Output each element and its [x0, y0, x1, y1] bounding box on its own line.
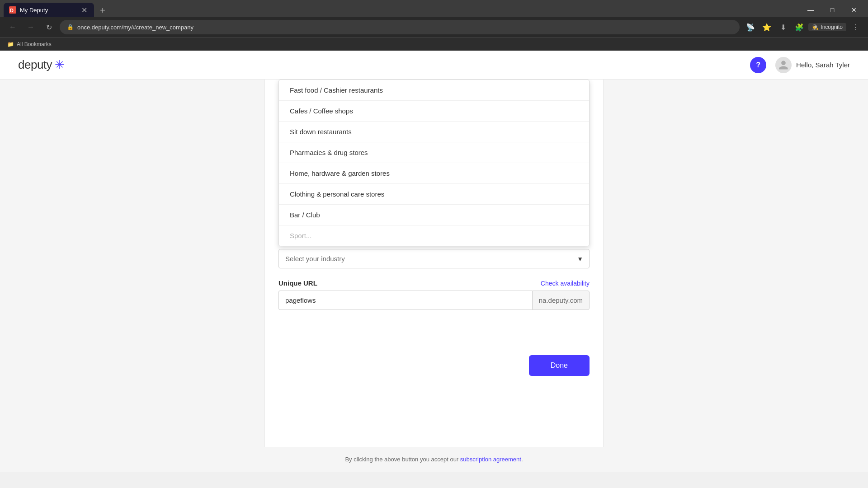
reload-button[interactable]: ↻: [42, 20, 56, 34]
done-section: Done: [265, 346, 603, 389]
window-controls: — □ ✕: [800, 3, 864, 17]
menu-icon[interactable]: ⋮: [848, 20, 863, 34]
url-input[interactable]: [278, 291, 532, 310]
incognito-icon: 🕵: [812, 24, 819, 30]
user-info: Hello, Sarah Tyler: [775, 57, 850, 73]
download-icon[interactable]: ⬇: [776, 20, 790, 34]
browser-toolbar: ← → ↻ 🔒 once.deputy.com/my/#create_new_c…: [0, 17, 868, 37]
dropdown-item-restaurants[interactable]: Sit down restaurants: [279, 122, 589, 142]
tab-favicon: D: [9, 6, 16, 14]
incognito-badge[interactable]: 🕵 Incognito: [808, 23, 846, 31]
dropdown-item-clothing[interactable]: Clothing & personal care stores: [279, 184, 589, 205]
page-content: deputy✳ ? Hello, Sarah Tyler Country: Fa…: [0, 51, 868, 472]
address-text: once.deputy.com/my/#create_new_company: [77, 24, 193, 31]
industry-select[interactable]: Select your industry: [278, 249, 590, 268]
done-button[interactable]: Done: [529, 355, 590, 376]
industry-dropdown[interactable]: Fast food / Cashier restaurants Cafes / …: [278, 80, 590, 246]
maximize-button[interactable]: □: [822, 3, 843, 17]
check-availability-link[interactable]: Check availability: [541, 280, 590, 287]
svg-text:D: D: [10, 8, 14, 13]
header-right: ? Hello, Sarah Tyler: [750, 57, 850, 73]
industry-select-wrapper: Select your industry ▼: [278, 249, 590, 268]
tab-close-button[interactable]: ✕: [80, 5, 89, 14]
tab-title: My Deputy: [20, 7, 48, 14]
unique-url-header: Unique URL Check availability: [278, 279, 590, 287]
url-suffix: na.deputy.com: [532, 291, 590, 310]
close-button[interactable]: ✕: [844, 3, 864, 17]
user-avatar: [775, 57, 792, 73]
industry-section: Select your industry ▼ Unique URL Check …: [265, 240, 603, 319]
cast-icon[interactable]: 📡: [743, 20, 758, 34]
footer-text-after: .: [521, 456, 523, 463]
app-header: deputy✳ ? Hello, Sarah Tyler: [0, 51, 868, 80]
lock-icon: 🔒: [67, 24, 74, 30]
logo-asterisk-icon: ✳: [55, 58, 65, 72]
address-bar[interactable]: 🔒 once.deputy.com/my/#create_new_company: [60, 20, 740, 34]
logo-text: deputy: [18, 58, 52, 72]
url-input-row: na.deputy.com: [278, 291, 590, 310]
bookmarks-bar-label: All Bookmarks: [17, 41, 52, 47]
dropdown-item-sport[interactable]: Sport...: [279, 225, 589, 246]
unique-url-section: Unique URL Check availability na.deputy.…: [278, 279, 590, 310]
help-button[interactable]: ?: [750, 57, 766, 73]
dropdown-item-fastfood[interactable]: Fast food / Cashier restaurants: [279, 80, 589, 101]
minimize-button[interactable]: —: [800, 3, 821, 17]
toolbar-icons: 📡 ⭐ ⬇ 🧩 🕵 Incognito ⋮: [743, 20, 863, 34]
browser-tab-area: D My Deputy ✕ + — □ ✕: [0, 0, 868, 17]
form-container: Country: Fast food / Cashier restaurants…: [264, 80, 604, 447]
bookmark-icon[interactable]: ⭐: [760, 20, 774, 34]
footer-text-before: By clicking the above button you accept …: [345, 456, 460, 463]
footer: By clicking the above button you accept …: [0, 447, 868, 472]
subscription-agreement-link[interactable]: subscription agreement: [460, 456, 521, 463]
incognito-label: Incognito: [821, 24, 843, 30]
deputy-logo: deputy✳: [18, 58, 65, 72]
dropdown-item-cafes[interactable]: Cafes / Coffee shops: [279, 101, 589, 122]
bookmarks-folder-icon: 📁: [7, 41, 14, 47]
dropdown-item-home-hardware[interactable]: Home, hardware & garden stores: [279, 163, 589, 184]
extensions-icon[interactable]: 🧩: [792, 20, 807, 34]
active-tab[interactable]: D My Deputy ✕: [4, 3, 94, 17]
back-button[interactable]: ←: [5, 20, 20, 34]
user-greeting: Hello, Sarah Tyler: [796, 61, 850, 69]
dropdown-item-pharmacies[interactable]: Pharmacies & drug stores: [279, 142, 589, 163]
unique-url-label: Unique URL: [278, 279, 317, 287]
browser-chrome: D My Deputy ✕ + — □ ✕ ← → ↻ 🔒 once.deput…: [0, 0, 868, 51]
dropdown-item-bar[interactable]: Bar / Club: [279, 205, 589, 225]
main-area: Country: Fast food / Cashier restaurants…: [0, 80, 868, 447]
new-tab-button[interactable]: +: [96, 4, 109, 17]
forward-button[interactable]: →: [24, 20, 38, 34]
bookmarks-bar: 📁 All Bookmarks: [0, 37, 868, 51]
